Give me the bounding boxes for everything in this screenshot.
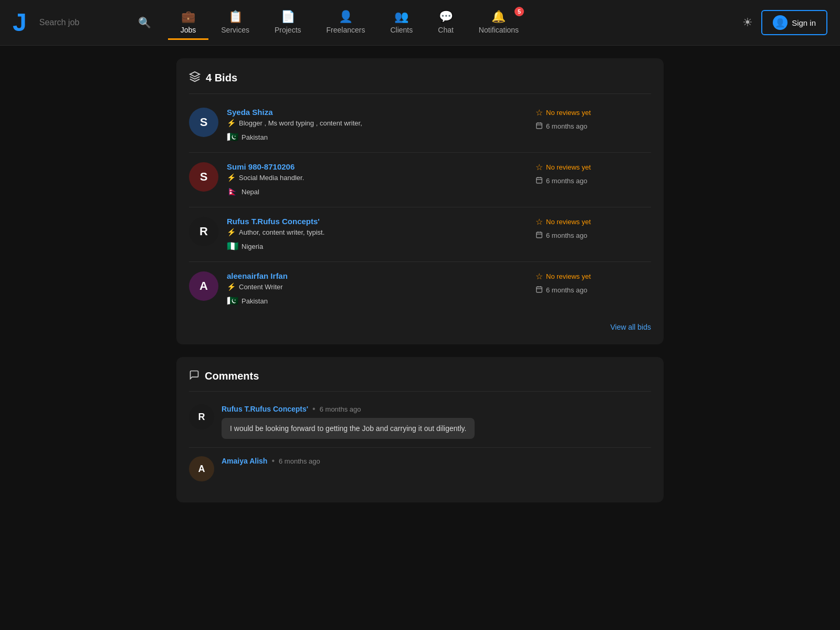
comment-meta-0: Rufus T.Rufus Concepts' • 6 months ago <box>222 404 651 414</box>
comment-avatar-0: R <box>189 404 214 429</box>
bid-skills-1: ⚡ Social Media handler. <box>227 173 527 182</box>
bid-skills-3: ⚡ Content Writer <box>227 282 527 291</box>
bid-info-3: aleenairfan Irfan ⚡ Content Writer 🇵🇰 Pa… <box>227 271 527 307</box>
bid-reviews-2: ☆ No reviews yet <box>536 217 591 227</box>
nav-items: 💼 Jobs 📋 Services 📄 Projects 👤 Freelance… <box>168 6 738 40</box>
country-flag-3: 🇵🇰 <box>227 295 238 307</box>
comments-title: Comments <box>205 370 259 382</box>
time-ago-text-3: 6 months ago <box>546 286 587 294</box>
bid-country-2: 🇳🇬 Nigeria <box>227 240 527 252</box>
svg-rect-13 <box>537 287 542 292</box>
nav-icon-notifications: 🔔 <box>491 10 506 24</box>
comment-author-0[interactable]: Rufus T.Rufus Concepts' <box>222 405 308 413</box>
bid-info-1: Sumi 980-8710206 ⚡ Social Media handler.… <box>227 162 527 197</box>
user-avatar-icon: 👤 <box>773 15 788 30</box>
time-ago-text-1: 6 months ago <box>546 177 587 185</box>
calendar-icon-3 <box>536 286 543 295</box>
nav-label-services: Services <box>221 26 249 34</box>
comment-dot-0: • <box>312 404 316 414</box>
bids-header-icon <box>189 71 201 85</box>
country-flag-0: 🇵🇰 <box>227 131 238 143</box>
site-logo[interactable]: J <box>13 10 27 35</box>
bid-info-0: Syeda Shiza ⚡ Blogger , Ms word typing ,… <box>227 108 527 143</box>
sign-in-button[interactable]: 👤 Sign in <box>761 10 827 35</box>
bids-title: 4 Bids <box>206 72 237 84</box>
search-bar: 🔍 <box>39 16 151 29</box>
lightning-icon-0: ⚡ <box>227 119 236 127</box>
reviews-text-2: No reviews yet <box>546 218 591 226</box>
nav-item-jobs[interactable]: 💼 Jobs <box>168 6 209 40</box>
bid-name-3[interactable]: aleenairfan Irfan <box>227 271 527 280</box>
nav-label-jobs: Jobs <box>181 26 196 34</box>
star-icon-2: ☆ <box>536 217 543 227</box>
bid-skills-0: ⚡ Blogger , Ms word typing , content wri… <box>227 119 527 127</box>
comment-time-0: 6 months ago <box>320 405 361 413</box>
search-icon[interactable]: 🔍 <box>138 16 151 29</box>
comment-author-1[interactable]: Amaiya Alish <box>222 457 267 465</box>
lightning-icon-1: ⚡ <box>227 173 236 182</box>
nav-item-services[interactable]: 📋 Services <box>208 6 262 40</box>
bid-row: A aleenairfan Irfan ⚡ Content Writer 🇵🇰 … <box>189 262 651 316</box>
bid-meta-3: ☆ No reviews yet 6 months ago <box>536 271 651 295</box>
nav-icon-chat: 💬 <box>439 10 453 24</box>
nav-icon-clients: 👥 <box>394 10 408 24</box>
comment-dot-1: • <box>271 456 275 466</box>
time-ago-text-2: 6 months ago <box>546 232 587 239</box>
bid-country-0: 🇵🇰 Pakistan <box>227 131 527 143</box>
nav-label-clients: Clients <box>390 26 413 34</box>
calendar-icon-1 <box>536 176 543 185</box>
nav-label-freelancers: Freelancers <box>327 26 365 34</box>
comments-header-icon <box>189 370 200 383</box>
nav-right: ☀ 👤 Sign in <box>742 10 827 35</box>
bid-country-3: 🇵🇰 Pakistan <box>227 295 527 307</box>
view-all-bids-section: View all bids <box>189 316 651 332</box>
comments-list: R Rufus T.Rufus Concepts' • 6 months ago… <box>189 396 651 490</box>
nav-icon-projects: 📄 <box>281 10 295 24</box>
bid-avatar-3: A <box>189 271 218 301</box>
reviews-text-1: No reviews yet <box>546 163 591 171</box>
nav-icon-jobs: 💼 <box>181 10 195 24</box>
lightning-icon-3: ⚡ <box>227 282 236 291</box>
country-flag-2: 🇳🇬 <box>227 240 238 252</box>
star-icon-1: ☆ <box>536 162 543 172</box>
nav-item-projects[interactable]: 📄 Projects <box>262 6 314 40</box>
svg-rect-9 <box>537 232 542 238</box>
bid-date-1: 6 months ago <box>536 176 587 185</box>
star-icon-0: ☆ <box>536 108 543 118</box>
nav-item-notifications[interactable]: 🔔 Notifications 5 <box>466 6 531 40</box>
view-all-bids-link[interactable]: View all bids <box>610 323 651 331</box>
search-input[interactable] <box>39 18 134 27</box>
comment-text-0: I would be looking forward to getting th… <box>222 418 475 439</box>
bid-name-1[interactable]: Sumi 980-8710206 <box>227 162 527 171</box>
reviews-text-0: No reviews yet <box>546 109 591 117</box>
sign-in-label: Sign in <box>792 18 816 27</box>
bids-list: S Syeda Shiza ⚡ Blogger , Ms word typing… <box>189 98 651 316</box>
nav-icon-freelancers: 👤 <box>339 10 353 24</box>
bid-avatar-1: S <box>189 162 218 192</box>
bid-name-0[interactable]: Syeda Shiza <box>227 108 527 117</box>
bid-skills-2: ⚡ Author, content writer, typist. <box>227 228 527 236</box>
comment-body-0: Rufus T.Rufus Concepts' • 6 months ago I… <box>222 404 651 439</box>
notification-badge: 5 <box>514 7 524 16</box>
comments-card: Comments R Rufus T.Rufus Concepts' • 6 m… <box>176 357 664 502</box>
lightning-icon-2: ⚡ <box>227 228 236 236</box>
navbar: J 🔍 💼 Jobs 📋 Services 📄 Projects 👤 Freel… <box>0 0 840 46</box>
bid-row: S Syeda Shiza ⚡ Blogger , Ms word typing… <box>189 98 651 153</box>
bid-meta-1: ☆ No reviews yet 6 months ago <box>536 162 651 185</box>
bid-name-2[interactable]: Rufus T.Rufus Concepts' <box>227 217 527 226</box>
comments-header: Comments <box>189 370 651 392</box>
bid-date-2: 6 months ago <box>536 231 587 240</box>
theme-toggle-button[interactable]: ☀ <box>742 16 753 29</box>
bid-date-3: 6 months ago <box>536 286 587 295</box>
bids-header: 4 Bids <box>189 71 651 94</box>
bid-country-1: 🇳🇵 Nepal <box>227 186 527 197</box>
country-flag-1: 🇳🇵 <box>227 186 238 197</box>
nav-item-chat[interactable]: 💬 Chat <box>425 6 466 40</box>
nav-item-clients[interactable]: 👥 Clients <box>377 6 425 40</box>
time-ago-text-0: 6 months ago <box>546 122 587 130</box>
bid-meta-2: ☆ No reviews yet 6 months ago <box>536 217 651 240</box>
bid-date-0: 6 months ago <box>536 122 587 131</box>
nav-item-freelancers[interactable]: 👤 Freelancers <box>314 6 378 40</box>
bid-avatar-2: R <box>189 217 218 246</box>
comment-time-1: 6 months ago <box>279 457 320 465</box>
